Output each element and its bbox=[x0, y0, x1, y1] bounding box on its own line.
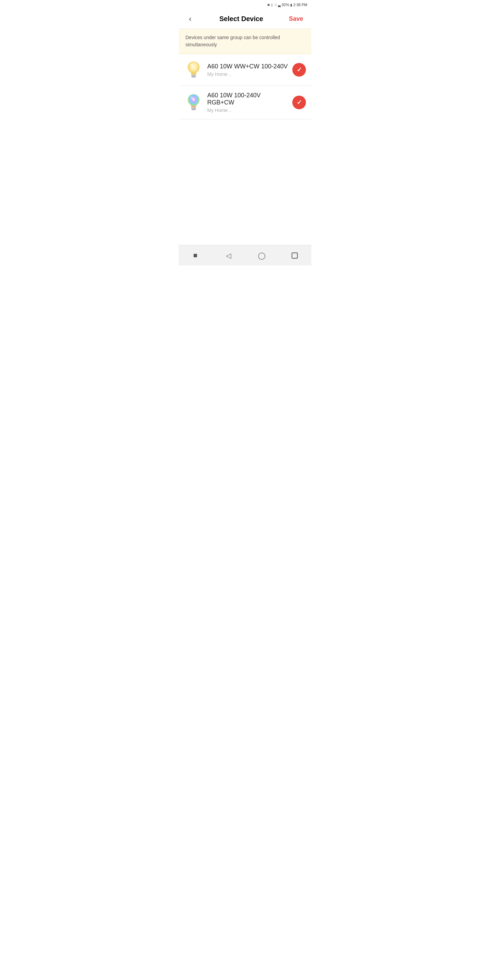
bottom-nav: ◁ ◯ bbox=[179, 245, 311, 266]
notice-text: Devices under same group can be controll… bbox=[185, 35, 280, 47]
device-info-2: A60 10W 100-240V RGB+CW My Home .. bbox=[203, 92, 292, 113]
device-item-1[interactable]: A60 10W WW+CW 100-240V My Home .. ✓ bbox=[179, 54, 311, 86]
device-name-1: A60 10W WW+CW 100-240V bbox=[207, 63, 288, 70]
device-info-1: A60 10W WW+CW 100-240V My Home .. bbox=[203, 63, 292, 77]
wifi-icon: ☃ bbox=[274, 3, 277, 7]
nfc-icon: ▯ bbox=[271, 3, 273, 7]
bulb-white-icon bbox=[186, 61, 201, 79]
header: ‹ Select Device Save bbox=[179, 10, 311, 29]
notice-banner: Devices under same group can be controll… bbox=[179, 29, 311, 54]
bulb-rgb-icon bbox=[186, 94, 201, 111]
bluetooth-icon: ✖ bbox=[267, 3, 270, 7]
recent-apps-icon bbox=[292, 253, 298, 259]
home-button[interactable]: ◯ bbox=[256, 250, 268, 262]
status-icons: ✖ ▯ ☃ ▃ 92% ▮ 2:38 PM bbox=[267, 3, 307, 7]
signal-icon: ▃ bbox=[278, 3, 281, 7]
home-icon: ◯ bbox=[258, 251, 266, 259]
device-name-2: A60 10W 100-240V RGB+CW bbox=[207, 92, 288, 106]
battery-icon: ▮ bbox=[290, 3, 292, 7]
back-arrow-icon: ‹ bbox=[189, 14, 191, 24]
status-bar: ✖ ▯ ☃ ▃ 92% ▮ 2:38 PM bbox=[179, 0, 311, 10]
device-check-1[interactable]: ✓ bbox=[292, 63, 306, 76]
svg-rect-0 bbox=[191, 75, 196, 76]
svg-rect-5 bbox=[191, 108, 196, 109]
time-text: 2:38 PM bbox=[293, 3, 307, 7]
device-location-1: My Home .. bbox=[207, 72, 288, 77]
stop-icon bbox=[194, 254, 197, 257]
device-item-2[interactable]: A60 10W 100-240V RGB+CW My Home .. ✓ bbox=[179, 86, 311, 119]
svg-rect-6 bbox=[192, 109, 196, 110]
back-nav-button[interactable]: ◁ bbox=[222, 250, 234, 262]
save-button[interactable]: Save bbox=[286, 14, 306, 24]
back-nav-icon: ◁ bbox=[226, 251, 231, 259]
checkmark-icon-2: ✓ bbox=[297, 99, 302, 106]
stop-button[interactable] bbox=[189, 250, 202, 262]
svg-rect-4 bbox=[191, 107, 196, 108]
svg-rect-2 bbox=[192, 76, 196, 78]
device-icon-2 bbox=[184, 93, 203, 112]
device-list: A60 10W WW+CW 100-240V My Home .. ✓ bbox=[179, 54, 311, 245]
device-check-2[interactable]: ✓ bbox=[292, 95, 306, 109]
device-icon-1 bbox=[184, 60, 203, 79]
back-button[interactable]: ‹ bbox=[184, 13, 196, 25]
device-location-2: My Home .. bbox=[207, 108, 288, 113]
page-title: Select Device bbox=[219, 15, 263, 23]
svg-rect-1 bbox=[191, 76, 196, 76]
recent-apps-button[interactable] bbox=[288, 250, 301, 262]
checkmark-icon-1: ✓ bbox=[297, 66, 302, 73]
battery-text: 92% bbox=[282, 3, 289, 7]
